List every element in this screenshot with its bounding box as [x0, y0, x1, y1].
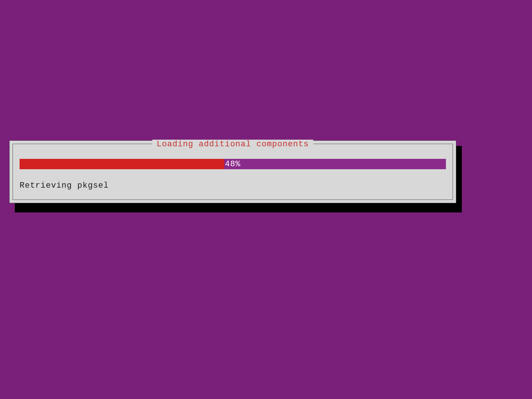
status-message: Retrieving pkgsel [20, 181, 109, 190]
progress-bar-fill [20, 159, 224, 169]
progress-dialog: Loading additional components 48% Retrie… [9, 140, 456, 203]
progress-bar-track: 48% [20, 159, 446, 169]
dialog-border: Loading additional components 48% Retrie… [13, 144, 453, 200]
dialog-title: Loading additional components [152, 140, 313, 149]
progress-percentage-label: 48% [225, 160, 241, 169]
